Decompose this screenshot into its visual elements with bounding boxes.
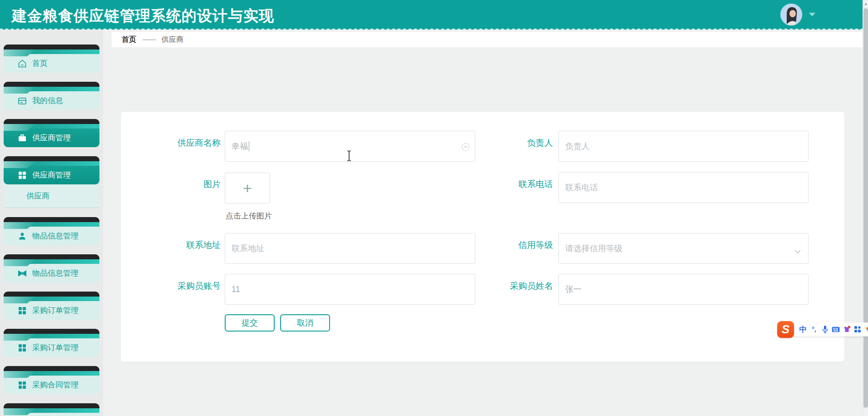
user-menu-caret-icon[interactable] bbox=[809, 13, 815, 16]
sidebar-item-label: 我的信息 bbox=[32, 95, 63, 106]
credit-placeholder: 请选择信用等级 bbox=[565, 243, 622, 254]
sidebar-item-stripe bbox=[4, 161, 99, 166]
sidebar-item-topbar bbox=[4, 403, 99, 408]
sidebar-item-topbar bbox=[4, 45, 99, 50]
buyer-account-input[interactable]: 11 bbox=[225, 274, 475, 305]
sidebar-item-label: 供应商管理 bbox=[32, 133, 71, 143]
buyer-name-value: 张一 bbox=[565, 284, 582, 295]
supplier-name-value: 幸福 bbox=[232, 141, 248, 152]
grid-icon bbox=[18, 343, 27, 352]
sidebar-item-label: 物品信息管理 bbox=[32, 268, 79, 278]
submit-button[interactable]: 提交 bbox=[225, 314, 275, 332]
avatar[interactable] bbox=[780, 4, 802, 25]
phone-label: 联系电话 bbox=[470, 172, 553, 203]
page: 建金粮食供应链管理系统的设计与实现 首页 我的信息 bbox=[0, 0, 868, 416]
sogou-logo-icon[interactable]: S bbox=[777, 321, 794, 338]
home-icon bbox=[18, 59, 27, 68]
main-area: 首页 —— 供应商 供应商名称 幸福 ✕ 负责人 负责人 图片 + 点击上传图片… bbox=[103, 30, 863, 416]
breadcrumb: 首页 —— 供应商 bbox=[112, 32, 863, 47]
grid-icon bbox=[18, 381, 27, 390]
sidebar-item-0[interactable]: 首页 bbox=[4, 45, 99, 73]
sidebar-item-stripe bbox=[4, 222, 99, 227]
image-label: 图片 bbox=[139, 172, 221, 203]
sidebar-item-topbar bbox=[4, 329, 99, 334]
breadcrumb-home[interactable]: 首页 bbox=[122, 35, 136, 45]
buyer-account-label: 采购员账号 bbox=[139, 274, 221, 305]
sidebar-item-6[interactable]: 采购订单管理 bbox=[4, 292, 99, 320]
cancel-button[interactable]: 取消 bbox=[280, 314, 330, 332]
user-icon bbox=[18, 232, 27, 241]
credit-select[interactable]: 请选择信用等级 bbox=[558, 233, 809, 264]
briefcase-icon bbox=[18, 134, 27, 143]
credit-label: 信用等级 bbox=[470, 233, 553, 264]
image-upload-hint: 点击上传图片 bbox=[226, 211, 272, 221]
buyer-account-value: 11 bbox=[232, 285, 240, 294]
phone-input[interactable]: 联系电话 bbox=[558, 172, 809, 203]
sidebar-item-label: 采购订单管理 bbox=[32, 342, 79, 353]
breadcrumb-separator: —— bbox=[143, 35, 155, 44]
sidebar-item-label: 首页 bbox=[32, 58, 48, 69]
text-cursor-icon bbox=[346, 150, 352, 163]
sidebar-item-stripe bbox=[4, 87, 99, 91]
assistant-icon[interactable] bbox=[863, 325, 868, 333]
sidebar-item-stripe bbox=[4, 408, 99, 413]
sidebar-item-stripe bbox=[4, 371, 99, 376]
sidebar-item-topbar bbox=[4, 82, 99, 87]
sidebar-item-1[interactable]: 我的信息 bbox=[4, 82, 99, 110]
sidebar-item-3[interactable]: 供应商管理 bbox=[4, 156, 99, 184]
supplier-name-label: 供应商名称 bbox=[139, 131, 221, 162]
vertical-scrollbar[interactable]: ▲ bbox=[863, 0, 868, 416]
sidebar-item-label: 供应商管理 bbox=[32, 170, 71, 180]
sidebar-item-stripe bbox=[4, 259, 99, 264]
sidebar-submenu: 供应商 bbox=[4, 184, 99, 208]
sidebar-item-topbar bbox=[4, 366, 99, 371]
sidebar-item-topbar bbox=[4, 156, 99, 161]
scrollbar-thumb[interactable] bbox=[863, 8, 868, 408]
address-label: 联系地址 bbox=[139, 233, 221, 264]
image-upload-button[interactable]: + bbox=[225, 173, 270, 203]
clear-icon[interactable]: ✕ bbox=[462, 143, 469, 151]
sidebar-item-label: 采购合同管理 bbox=[32, 380, 79, 390]
sidebar-item-stripe bbox=[4, 334, 99, 338]
manager-placeholder: 负责人 bbox=[565, 141, 590, 152]
skin-icon[interactable] bbox=[841, 326, 852, 333]
id-card-icon bbox=[18, 96, 27, 105]
app-header: 建金粮食供应链管理系统的设计与实现 bbox=[0, 0, 868, 30]
sidebar-item-topbar bbox=[4, 217, 99, 222]
scroll-up-icon[interactable]: ▲ bbox=[863, 1, 868, 7]
sidebar-item-7[interactable]: 采购订单管理 bbox=[4, 329, 99, 357]
address-placeholder: 联系地址 bbox=[232, 243, 264, 254]
grid-icon bbox=[18, 171, 27, 180]
sidebar-item-9[interactable] bbox=[4, 403, 99, 416]
microphone-icon[interactable] bbox=[819, 325, 830, 333]
keyboard-icon[interactable] bbox=[830, 327, 841, 332]
sidebar-item-topbar bbox=[4, 292, 99, 297]
bowtie-icon bbox=[18, 269, 27, 278]
sidebar-subitem-供应商[interactable]: 供应商 bbox=[4, 184, 99, 208]
sidebar-item-8[interactable]: 采购合同管理 bbox=[4, 366, 99, 394]
ime-bar: 中 °, bbox=[792, 322, 868, 337]
sidebar-item-topbar bbox=[4, 119, 99, 124]
buyer-name-input[interactable]: 张一 bbox=[558, 274, 809, 305]
sidebar-item-5[interactable]: 物品信息管理 bbox=[4, 254, 99, 282]
sidebar-item-2[interactable]: 供应商管理 bbox=[4, 119, 99, 147]
grid-icon bbox=[18, 306, 27, 315]
sidebar-item-label: 物品信息管理 bbox=[32, 231, 79, 241]
chevron-down-icon bbox=[794, 247, 801, 256]
toolbox-icon[interactable] bbox=[852, 326, 863, 333]
sidebar-item-stripe bbox=[4, 297, 99, 301]
breadcrumb-current: 供应商 bbox=[162, 35, 183, 45]
sidebar: 首页 我的信息 供应商管理 供应商管理 供应商 物品信息管理 bbox=[0, 30, 103, 416]
address-input[interactable]: 联系地址 bbox=[225, 233, 475, 264]
plus-icon: + bbox=[243, 181, 252, 195]
punctuation-icon[interactable]: °, bbox=[809, 326, 819, 333]
text-caret bbox=[249, 141, 249, 151]
sidebar-item-4[interactable]: 物品信息管理 bbox=[4, 217, 99, 245]
buyer-name-label: 采购员姓名 bbox=[470, 274, 553, 305]
manager-label: 负责人 bbox=[470, 131, 553, 162]
phone-placeholder: 联系电话 bbox=[565, 182, 598, 193]
chinese-mode-icon[interactable]: 中 bbox=[798, 324, 809, 335]
sidebar-item-stripe bbox=[4, 50, 99, 54]
supplier-form-card: 供应商名称 幸福 ✕ 负责人 负责人 图片 + 点击上传图片 联系电话 联系电话… bbox=[121, 112, 844, 362]
manager-input[interactable]: 负责人 bbox=[558, 131, 809, 162]
